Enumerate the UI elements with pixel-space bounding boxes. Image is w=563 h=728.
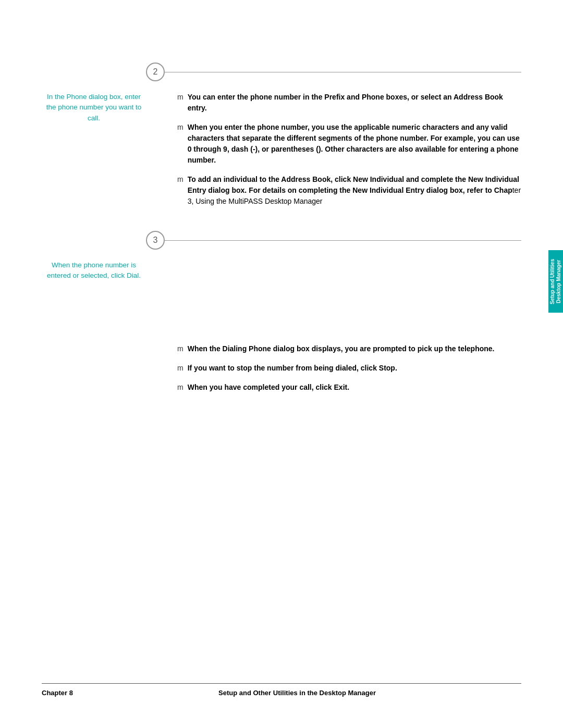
- step2-annotation: In the Phone dialog box, enter the phone…: [42, 92, 146, 215]
- list-item: m You can enter the phone number in the …: [177, 92, 521, 114]
- bullet-marker: m: [177, 174, 183, 183]
- list-item: m When the Dialing Phone dialog box disp…: [177, 343, 521, 354]
- step3-line: [165, 240, 521, 241]
- step3-header: 3: [42, 231, 521, 250]
- step3-right-content: m When the Dialing Phone dialog box disp…: [156, 260, 521, 401]
- step3-circle: 3: [146, 231, 165, 250]
- step2-right-content: m You can enter the phone number in the …: [156, 92, 521, 215]
- list-item: m If you want to stop the number from be…: [177, 363, 521, 374]
- page: Setup and UtilitiesDesktop Manager 2 In …: [0, 0, 563, 728]
- bullet3-2-text: If you want to stop the number from bein…: [188, 363, 397, 374]
- footer: Chapter 8 Setup and Other Utilities in t…: [42, 683, 521, 697]
- step2-line: [165, 72, 521, 72]
- step2-section: 2 In the Phone dialog box, enter the pho…: [42, 63, 521, 215]
- footer-chapter: Chapter 8: [42, 689, 73, 697]
- spacer: [177, 260, 521, 343]
- step2-circle: 2: [146, 63, 165, 81]
- step2-number: 2: [153, 67, 158, 77]
- step3-annotation: When the phone number is entered or sele…: [42, 260, 146, 401]
- bullet2-2-text: When you enter the phone number, you use…: [188, 122, 521, 166]
- list-item: m When you have completed your call, cli…: [177, 382, 521, 393]
- step3-section: 3 When the phone number is entered or se…: [42, 231, 521, 401]
- footer-title: Setup and Other Utilities in the Desktop…: [218, 689, 376, 697]
- bullet3-1-text: When the Dialing Phone dialog box displa…: [188, 343, 495, 354]
- bullet-marker: m: [177, 92, 183, 101]
- list-item: m When you enter the phone number, you u…: [177, 122, 521, 166]
- step2-header: 2: [42, 63, 521, 81]
- bullet3-3-text: When you have completed your call, click…: [188, 382, 349, 393]
- bullet-marker: m: [177, 363, 183, 372]
- list-item: m To add an individual to the Address Bo…: [177, 174, 521, 207]
- bullet-marker: m: [177, 122, 183, 131]
- bullet-marker: m: [177, 343, 183, 353]
- step3-number: 3: [153, 236, 158, 245]
- bullet2-1-text: You can enter the phone number in the Pr…: [188, 92, 521, 114]
- step2-body: In the Phone dialog box, enter the phone…: [42, 92, 521, 215]
- bullet2-3-text: To add an individual to the Address Book…: [188, 174, 521, 207]
- main-content: 2 In the Phone dialog box, enter the pho…: [0, 0, 563, 459]
- bullet-marker: m: [177, 382, 183, 391]
- step3-body: When the phone number is entered or sele…: [42, 260, 521, 401]
